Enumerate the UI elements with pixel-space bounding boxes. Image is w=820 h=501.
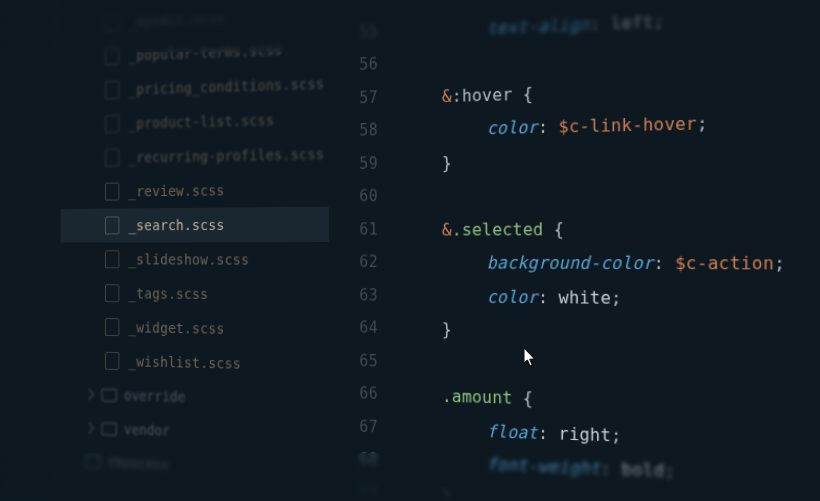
line-number: 64: [329, 312, 398, 346]
scss-variable: $c-action: [675, 253, 774, 274]
file-icon: [105, 216, 119, 234]
sidebar-file-item[interactable]: _widget.scss: [61, 310, 329, 348]
scss-variable: $c-link-hover: [559, 113, 697, 137]
line-number: 58: [329, 114, 398, 148]
folder-icon: [101, 422, 116, 435]
file-icon: [105, 284, 119, 302]
css-class-selector: .amount: [442, 386, 513, 408]
file-icon: [105, 183, 119, 201]
line-number: 65: [329, 344, 398, 378]
css-property: float: [487, 421, 538, 443]
css-property: text-align: [487, 13, 590, 38]
css-property: color: [487, 117, 538, 138]
code-editor-area[interactable]: padding: 4px 6px; text-align: left; &:ho…: [398, 0, 820, 501]
sidebar-file-item[interactable]: _product-list.scss: [61, 101, 329, 142]
file-icon: [105, 149, 119, 167]
line-number: 63: [329, 279, 398, 312]
css-value: white: [559, 287, 611, 308]
line-number: 56: [329, 48, 398, 83]
mouse-cursor-icon: [524, 348, 537, 367]
chevron-right-icon: [84, 389, 94, 400]
line-number: 69: [329, 475, 398, 501]
css-property: color: [487, 286, 538, 307]
css-value: bold: [622, 459, 665, 481]
css-pseudo-class: :hover: [452, 84, 513, 106]
folder-icon: [85, 455, 100, 469]
line-number: 66: [329, 377, 398, 412]
css-value: right: [559, 423, 611, 445]
scss-parent-selector: &: [442, 85, 452, 105]
line-number: 61: [329, 213, 398, 246]
scss-parent-selector: &: [442, 219, 452, 239]
file-icon: [105, 81, 119, 99]
css-class-selector: .selected: [452, 219, 543, 240]
folder-icon: [101, 388, 116, 401]
line-number: 67: [329, 410, 398, 445]
line-number-gutter: 54555657585960616263646566676869: [329, 0, 398, 501]
css-property: background-color: [487, 252, 654, 273]
css-property: padding: [487, 0, 559, 4]
file-icon: [105, 13, 119, 32]
sidebar-file-item[interactable]: _tags.scss: [61, 276, 329, 313]
sidebar-file-item-selected[interactable]: _search.scss: [61, 207, 329, 243]
file-icon: [105, 115, 119, 133]
file-icon: [105, 352, 119, 370]
line-number: 55: [329, 15, 398, 51]
sidebar-file-item[interactable]: _recurring-profiles.scss: [61, 136, 329, 175]
line-number: 59: [329, 147, 398, 181]
css-property: font-weight: [487, 454, 601, 479]
sidebar-file-item[interactable]: _slideshow.scss: [61, 242, 329, 277]
line-number: 62: [329, 246, 398, 279]
line-number: 57: [329, 81, 398, 116]
file-icon: [105, 47, 119, 65]
file-explorer-sidebar: _myedit.scss _popular-terms.scss _pricin…: [61, 0, 329, 501]
line-number: 60: [329, 180, 398, 214]
css-value: left: [611, 10, 654, 32]
chevron-right-icon: [84, 422, 94, 433]
sidebar-file-item[interactable]: _review.scss: [61, 171, 329, 208]
line-number: 68: [329, 442, 398, 478]
file-icon: [105, 318, 119, 336]
file-icon: [105, 250, 119, 268]
